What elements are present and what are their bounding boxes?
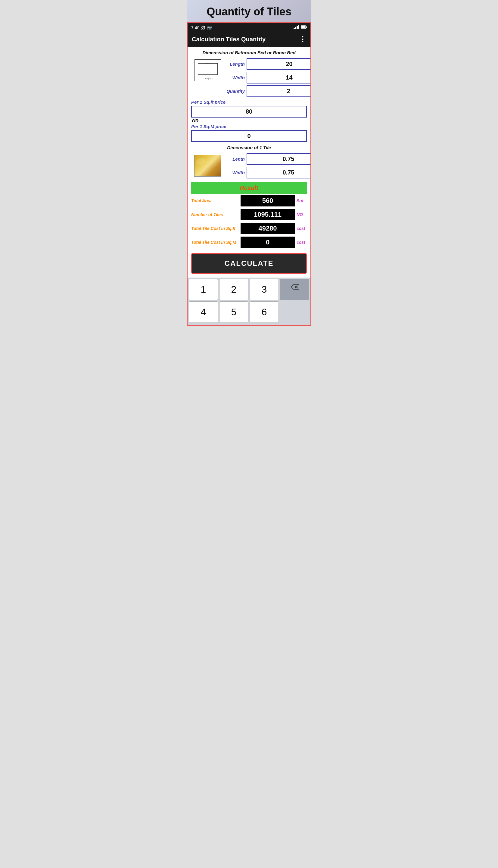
status-right <box>293 25 307 30</box>
status-left: 7:40 🖼 📷 <box>191 25 212 30</box>
length-label: Length <box>224 62 245 67</box>
room-section-title: Dimenssion of Bathroom Bed or Room Bed <box>191 50 307 55</box>
quantity-input[interactable] <box>247 85 311 97</box>
room-diagram-image <box>191 58 224 97</box>
length-row: Length FT <box>224 58 311 70</box>
room-dim-fields: Length FT Width FT Quantity nos <box>224 58 311 97</box>
svg-rect-1 <box>295 27 296 29</box>
battery-icon <box>301 25 307 30</box>
cost-sqm-unit: cost <box>295 240 307 245</box>
tile-wrapper: Dimenssion of 1 Tile Lenth Ft Width <box>191 145 307 178</box>
key-1[interactable]: 1 <box>189 279 218 300</box>
tile-length-row: Lenth Ft <box>224 153 311 165</box>
width-input[interactable] <box>247 72 311 84</box>
results-area: Total Area 560 Sqt Number of Tiles 1095.… <box>191 194 307 249</box>
keyboard-row-1: 1 2 3 <box>189 279 309 300</box>
camera-icon: 📷 <box>207 25 212 30</box>
phone-frame: 7:40 🖼 📷 Calcula <box>187 22 311 326</box>
key-4[interactable]: 4 <box>189 302 218 323</box>
signal-icon <box>293 25 300 30</box>
tile-section-title: Dimenssion of 1 Tile <box>191 145 307 150</box>
total-area-unit: Sqt <box>295 198 307 203</box>
cost-sqft-unit: cost <box>295 226 307 231</box>
status-bar: 7:40 🖼 📷 <box>187 23 311 32</box>
app-bar: Calculation Tiles Quantity ⋮ <box>187 32 311 47</box>
svg-rect-6 <box>301 26 305 28</box>
status-time: 7:40 <box>191 25 199 30</box>
key-5[interactable]: 5 <box>219 302 248 323</box>
quantity-label: Quantity <box>224 89 245 94</box>
menu-icon[interactable]: ⋮ <box>299 35 306 43</box>
sqft-price-label: Per 1 Sq.ft price <box>191 100 225 105</box>
tile-fields: Lenth Ft Width Ft <box>224 153 311 178</box>
keyboard-row-2: 4 5 6 <box>189 302 309 323</box>
key-backspace[interactable] <box>280 279 309 300</box>
sqm-price-row: Per 1 Sq.M price <box>191 124 307 129</box>
svg-rect-0 <box>293 28 295 29</box>
width-row: Width FT <box>224 72 311 84</box>
keyboard: 1 2 3 4 5 6 <box>187 278 311 325</box>
num-tiles-row: Number of Tiles 1095.111 NO <box>191 208 307 221</box>
length-input[interactable] <box>247 58 311 70</box>
room-inner-box <box>198 63 218 75</box>
cost-sqm-label: Total Tile Cost in Sq.M <box>191 240 240 245</box>
tile-image <box>191 153 224 178</box>
app-bar-title: Calculation Tiles Quantity <box>192 36 265 43</box>
tile-length-label: Lenth <box>224 156 245 162</box>
cost-sqm-value: 0 <box>240 237 295 248</box>
total-area-row: Total Area 560 Sqt <box>191 194 307 208</box>
num-tiles-unit: NO <box>295 212 307 217</box>
num-tiles-label: Number of Tiles <box>191 212 240 217</box>
svg-rect-3 <box>298 25 299 29</box>
cost-sqft-row: Total Tile Cost in Sq.ft 49280 cost <box>191 221 307 235</box>
num-tiles-value: 1095.111 <box>240 209 295 220</box>
total-area-value: 560 <box>240 195 295 206</box>
svg-rect-2 <box>297 26 298 29</box>
sqm-price-input[interactable] <box>191 130 307 142</box>
svg-marker-7 <box>291 284 299 289</box>
page-title: Quantity of Tiles <box>187 0 311 22</box>
price-section: Per 1 Sq.ft price OR Per 1 Sq.M price <box>191 100 307 142</box>
sqft-price-input[interactable] <box>191 106 307 117</box>
cost-sqm-row: Total Tile Cost in Sq.M 0 cost <box>191 235 307 249</box>
sqm-price-label: Per 1 Sq.M price <box>191 124 226 129</box>
tile-length-input[interactable] <box>247 153 311 165</box>
sqft-price-row: Per 1 Sq.ft price <box>191 100 307 105</box>
width-label: Width <box>224 75 245 80</box>
cost-sqft-label: Total Tile Cost in Sq.ft <box>191 226 240 231</box>
room-diagram <box>195 59 221 81</box>
tile-img-box <box>194 155 221 177</box>
photo-icon: 🖼 <box>201 25 205 30</box>
tile-width-row: Width Ft <box>224 167 311 178</box>
room-dimensions-section: Length FT Width FT Quantity nos <box>191 58 307 97</box>
tile-width-input[interactable] <box>247 167 311 178</box>
key-2[interactable]: 2 <box>219 279 248 300</box>
tile-width-label: Width <box>224 170 245 175</box>
main-content: Dimenssion of Bathroom Bed or Room Bed L… <box>187 47 311 278</box>
calculate-button[interactable]: CALCULATE <box>191 253 307 274</box>
result-bar-text: Result <box>240 184 258 191</box>
result-bar: Result <box>191 182 307 194</box>
cost-sqft-value: 49280 <box>240 223 295 234</box>
key-6[interactable]: 6 <box>250 302 279 323</box>
total-area-label: Total Area <box>191 198 240 203</box>
key-3[interactable]: 3 <box>250 279 279 300</box>
tile-section: Lenth Ft Width Ft <box>191 153 307 178</box>
or-text: OR <box>192 118 307 123</box>
svg-rect-5 <box>306 26 307 28</box>
quantity-row: Quantity nos <box>224 85 311 97</box>
